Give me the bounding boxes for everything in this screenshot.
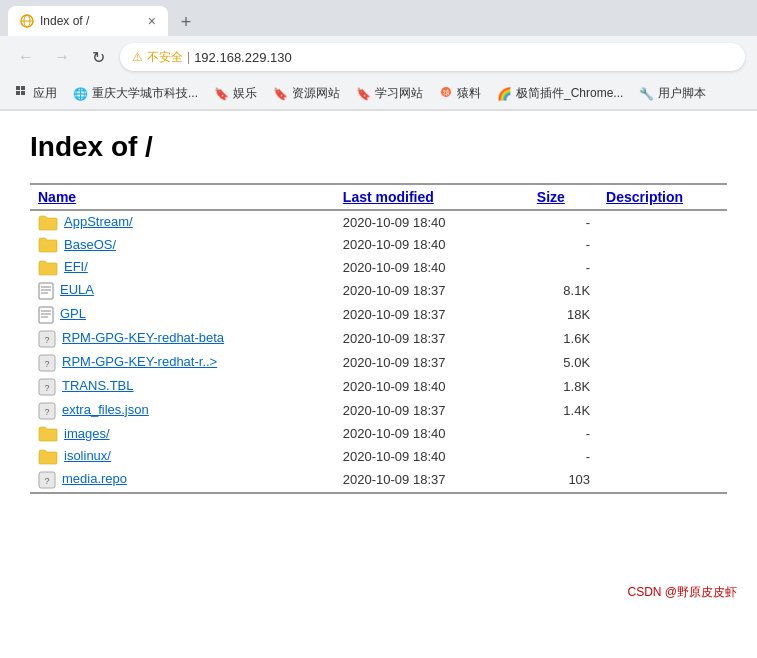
bookmarks-bar: 应用 🌐 重庆大学城市科技... 🔖 娱乐 🔖 资源网站 🔖 学习网站 猿 猿料…: [0, 78, 757, 110]
file-icon: ?: [38, 330, 56, 348]
back-button[interactable]: ←: [12, 43, 40, 71]
table-row: ? TRANS.TBL2020-10-09 18:401.8K: [30, 375, 727, 399]
svg-text:?: ?: [44, 359, 49, 369]
file-icon: ?: [38, 471, 56, 489]
table-row: ? RPM-GPG-KEY-redhat-r..>2020-10-09 18:3…: [30, 351, 727, 375]
file-size-cell: -: [529, 210, 598, 234]
file-size-cell: -: [529, 256, 598, 279]
file-name-cell: ? TRANS.TBL: [30, 375, 335, 399]
file-table: Name Last modified Size Description AppS…: [30, 183, 727, 494]
forward-button[interactable]: →: [48, 43, 76, 71]
col-header-name[interactable]: Name: [30, 184, 335, 210]
bookmark-1[interactable]: 🌐 重庆大学城市科技...: [66, 82, 205, 105]
file-size-cell: 1.4K: [529, 399, 598, 423]
file-size-cell: 18K: [529, 303, 598, 327]
col-header-description[interactable]: Description: [598, 184, 727, 210]
col-header-modified[interactable]: Last modified: [335, 184, 529, 210]
file-link[interactable]: media.repo: [62, 471, 127, 486]
browser-chrome: Index of / × + ← → ↻ ⚠ 不安全 | 192.168.229…: [0, 0, 757, 111]
file-size-cell: -: [529, 423, 598, 446]
url-text: 192.168.229.130: [194, 50, 292, 65]
svg-text:?: ?: [44, 407, 49, 417]
file-description-cell: [598, 399, 727, 423]
file-link[interactable]: BaseOS/: [64, 237, 116, 252]
new-tab-button[interactable]: +: [172, 8, 200, 36]
bookmark-4-label: 学习网站: [375, 85, 423, 102]
bookmark-apps-label: 应用: [33, 85, 57, 102]
file-name-cell: ? extra_files.json: [30, 399, 335, 423]
file-modified-cell: 2020-10-09 18:40: [335, 375, 529, 399]
file-description-cell: [598, 375, 727, 399]
file-link[interactable]: AppStream/: [64, 214, 133, 229]
file-icon: [38, 426, 58, 442]
file-link[interactable]: RPM-GPG-KEY-redhat-beta: [62, 330, 224, 345]
table-row: images/2020-10-09 18:40-: [30, 423, 727, 446]
file-modified-cell: 2020-10-09 18:37: [335, 327, 529, 351]
svg-text:?: ?: [44, 476, 49, 486]
file-size-cell: 103: [529, 468, 598, 493]
file-description-cell: [598, 327, 727, 351]
bookmark-2[interactable]: 🔖 娱乐: [207, 82, 264, 105]
file-link[interactable]: RPM-GPG-KEY-redhat-r..>: [62, 354, 217, 369]
file-description-cell: [598, 423, 727, 446]
svg-rect-6: [21, 91, 25, 95]
svg-text:?: ?: [44, 383, 49, 393]
file-link[interactable]: isolinux/: [64, 448, 111, 463]
file-modified-cell: 2020-10-09 18:40: [335, 445, 529, 468]
table-row: isolinux/2020-10-09 18:40-: [30, 445, 727, 468]
file-icon: ?: [38, 354, 56, 372]
bookmark-2-label: 娱乐: [233, 85, 257, 102]
url-separator: |: [187, 50, 190, 64]
file-link[interactable]: GPL: [60, 306, 86, 321]
file-link[interactable]: EULA: [60, 282, 94, 297]
bookmark-4[interactable]: 🔖 学习网站: [349, 82, 430, 105]
bookmark-apps[interactable]: 应用: [8, 82, 64, 105]
svg-rect-13: [39, 307, 53, 323]
file-name-cell: isolinux/: [30, 445, 335, 468]
file-description-cell: [598, 468, 727, 493]
file-link[interactable]: images/: [64, 426, 110, 441]
file-link[interactable]: EFI/: [64, 259, 88, 274]
bookmark-6[interactable]: 🌈 极简插件_Chrome...: [490, 82, 630, 105]
file-size-cell: 1.8K: [529, 375, 598, 399]
bookmark-2-icon: 🔖: [214, 87, 229, 101]
file-name-cell: EULA: [30, 279, 335, 303]
apps-icon: [15, 85, 29, 102]
file-modified-cell: 2020-10-09 18:37: [335, 303, 529, 327]
bookmark-4-icon: 🔖: [356, 87, 371, 101]
file-link[interactable]: extra_files.json: [62, 402, 149, 417]
refresh-button[interactable]: ↻: [84, 43, 112, 71]
security-icon: ⚠: [132, 50, 143, 64]
svg-rect-9: [39, 283, 53, 299]
file-icon: [38, 237, 58, 253]
tab-bar: Index of / × +: [0, 0, 757, 36]
table-row: BaseOS/2020-10-09 18:40-: [30, 234, 727, 257]
file-name-cell: ? RPM-GPG-KEY-redhat-r..>: [30, 351, 335, 375]
bookmark-1-icon: 🌐: [73, 87, 88, 101]
svg-text:猿: 猿: [443, 89, 450, 96]
file-modified-cell: 2020-10-09 18:40: [335, 234, 529, 257]
file-description-cell: [598, 234, 727, 257]
bookmark-3[interactable]: 🔖 资源网站: [266, 82, 347, 105]
file-name-cell: GPL: [30, 303, 335, 327]
file-name-cell: ? RPM-GPG-KEY-redhat-beta: [30, 327, 335, 351]
file-modified-cell: 2020-10-09 18:37: [335, 279, 529, 303]
file-modified-cell: 2020-10-09 18:37: [335, 399, 529, 423]
bookmark-7[interactable]: 🔧 用户脚本: [632, 82, 713, 105]
watermark-text: CSDN @野原皮皮虾: [627, 584, 737, 601]
page-content: Index of / Name Last modified Size Descr…: [0, 111, 757, 611]
file-description-cell: [598, 210, 727, 234]
file-link[interactable]: TRANS.TBL: [62, 378, 134, 393]
tab-close-button[interactable]: ×: [148, 13, 156, 29]
active-tab[interactable]: Index of / ×: [8, 6, 168, 36]
table-row: GPL2020-10-09 18:3718K: [30, 303, 727, 327]
bookmark-5[interactable]: 猿 猿料: [432, 82, 488, 105]
svg-rect-5: [16, 91, 20, 95]
file-name-cell: EFI/: [30, 256, 335, 279]
file-modified-cell: 2020-10-09 18:40: [335, 210, 529, 234]
col-header-size[interactable]: Size: [529, 184, 598, 210]
table-row: ? media.repo2020-10-09 18:37103: [30, 468, 727, 493]
file-icon: [38, 306, 54, 324]
url-bar[interactable]: ⚠ 不安全 | 192.168.229.130: [120, 43, 745, 71]
file-icon: [38, 282, 54, 300]
